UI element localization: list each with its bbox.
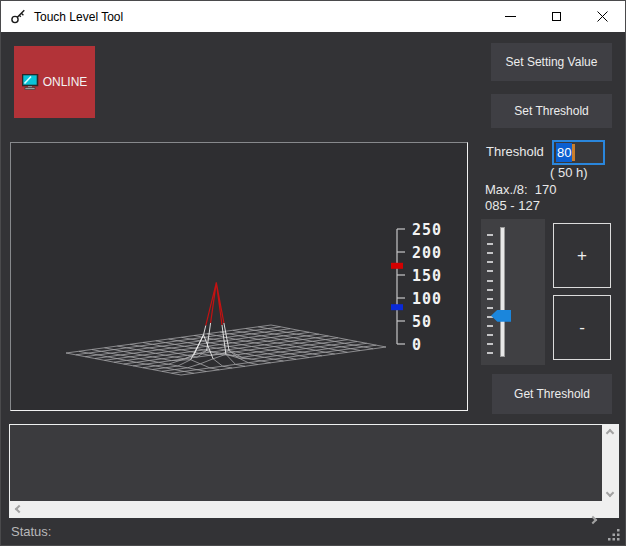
threshold-value: 80 bbox=[556, 143, 572, 162]
get-threshold-button[interactable]: Get Threshold bbox=[492, 374, 612, 414]
increase-button[interactable]: + bbox=[553, 223, 611, 288]
app-body: ONLINE Set Setting Value Set Threshold T… bbox=[1, 32, 625, 546]
max-readout: Max./8: 170 bbox=[485, 182, 557, 197]
threshold-label: Threshold bbox=[486, 144, 544, 159]
close-button[interactable] bbox=[579, 1, 625, 32]
svg-text:0: 0 bbox=[412, 336, 422, 354]
svg-text:50: 50 bbox=[412, 313, 432, 331]
scroll-left-icon[interactable] bbox=[15, 505, 23, 513]
level-plot-panel: 250200150100500 bbox=[10, 142, 468, 411]
set-threshold-button[interactable]: Set Threshold bbox=[491, 94, 612, 128]
log-box bbox=[9, 424, 619, 518]
range-readout: 085 - 127 bbox=[485, 198, 540, 213]
minimize-button[interactable] bbox=[487, 1, 533, 32]
scroll-up-icon[interactable] bbox=[606, 429, 614, 437]
scrollbar-corner bbox=[602, 501, 618, 517]
threshold-input[interactable]: 80 bbox=[552, 140, 605, 165]
slider-track[interactable] bbox=[500, 227, 505, 357]
svg-text:100: 100 bbox=[412, 290, 442, 308]
threshold-slider[interactable] bbox=[481, 219, 545, 365]
app-window: Touch Level Tool ONLINE bbox=[0, 0, 626, 546]
window-controls bbox=[487, 1, 625, 32]
window-title: Touch Level Tool bbox=[34, 10, 123, 24]
horizontal-scrollbar[interactable] bbox=[10, 501, 602, 517]
text-caret bbox=[572, 144, 575, 161]
status-label: Status: bbox=[11, 524, 51, 539]
close-icon bbox=[597, 11, 608, 22]
level-plot-svg: 250200150100500 bbox=[11, 143, 467, 410]
maximize-button[interactable] bbox=[533, 1, 579, 32]
decrease-button[interactable]: - bbox=[553, 295, 611, 360]
log-content[interactable] bbox=[10, 425, 602, 501]
key-icon bbox=[10, 8, 27, 25]
svg-text:200: 200 bbox=[412, 244, 442, 262]
monitor-icon bbox=[22, 74, 39, 90]
svg-text:250: 250 bbox=[412, 221, 442, 239]
svg-text:150: 150 bbox=[412, 267, 442, 285]
online-status-button[interactable]: ONLINE bbox=[14, 46, 95, 118]
titlebar[interactable]: Touch Level Tool bbox=[1, 1, 625, 32]
status-bar: Status: bbox=[1, 518, 625, 546]
slider-ticks bbox=[481, 219, 545, 365]
set-setting-value-button[interactable]: Set Setting Value bbox=[491, 43, 612, 81]
maximize-icon bbox=[552, 12, 561, 21]
minimize-icon bbox=[505, 16, 516, 17]
resize-grip-icon[interactable] bbox=[606, 527, 622, 543]
scroll-down-icon[interactable] bbox=[606, 489, 614, 497]
vertical-scrollbar[interactable] bbox=[602, 425, 618, 501]
threshold-hex-note: ( 50 h) bbox=[550, 165, 588, 180]
online-label: ONLINE bbox=[43, 75, 88, 89]
